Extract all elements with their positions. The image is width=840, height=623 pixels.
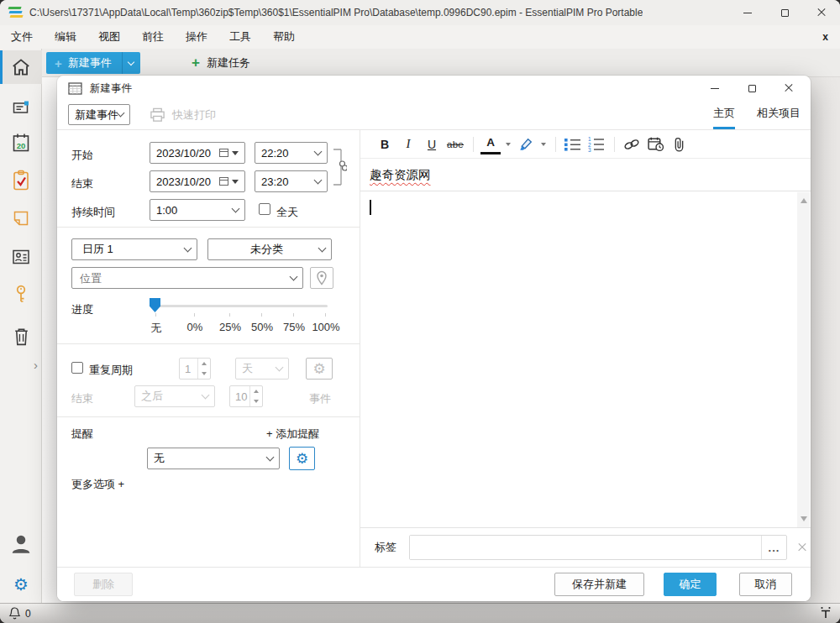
bold-button[interactable]: B bbox=[375, 134, 395, 154]
calendar-select[interactable]: 日历 1 bbox=[71, 238, 197, 260]
recurrence-settings-button[interactable]: ⚙ bbox=[306, 358, 333, 380]
underline-button[interactable]: U bbox=[422, 134, 442, 154]
spin-up-icon[interactable] bbox=[198, 359, 210, 369]
menubar-close-button[interactable]: x bbox=[822, 31, 828, 43]
spin-up-icon[interactable] bbox=[250, 386, 262, 396]
strikethrough-button[interactable]: abe bbox=[445, 134, 465, 154]
sidebar-item-notes[interactable] bbox=[0, 202, 42, 235]
dialog-minimize-button[interactable] bbox=[696, 76, 733, 101]
item-type-select[interactable]: 新建事件 bbox=[68, 104, 130, 125]
ok-button[interactable]: 确定 bbox=[664, 573, 717, 596]
recurrence-count-spinner[interactable]: 10 bbox=[229, 385, 263, 407]
tags-browse-button[interactable]: ... bbox=[761, 536, 786, 559]
all-day-checkbox[interactable] bbox=[259, 203, 270, 215]
plus-icon: + bbox=[55, 56, 62, 71]
chevron-down-icon bbox=[314, 175, 323, 184]
progress-slider-track[interactable] bbox=[151, 305, 328, 307]
statusbar: 0 bbox=[0, 603, 840, 623]
new-event-dropdown-button[interactable] bbox=[122, 52, 140, 74]
subject-row[interactable]: 趣奇资源网 bbox=[360, 158, 811, 191]
sidebar-item-passwords[interactable] bbox=[0, 277, 42, 311]
window-maximize-button[interactable] bbox=[766, 0, 803, 25]
gear-icon: ⚙ bbox=[312, 362, 325, 376]
chevron-down-icon bbox=[266, 453, 275, 461]
menu-tools[interactable]: 工具 bbox=[218, 25, 262, 49]
end-date-picker[interactable]: 2023/10/20 bbox=[150, 170, 245, 192]
recurrence-end-mode-select[interactable]: 之后 bbox=[134, 385, 215, 407]
recurrence-checkbox[interactable] bbox=[71, 362, 83, 374]
recurrence-unit-select[interactable]: 天 bbox=[235, 358, 289, 380]
new-event-button[interactable]: + 新建事件 bbox=[46, 52, 122, 74]
sidebar-item-calendar[interactable]: 20 bbox=[0, 126, 42, 160]
quick-print-button[interactable]: 快速打印 bbox=[150, 107, 216, 123]
tab-home[interactable]: 主页 bbox=[713, 106, 735, 129]
font-color-dropdown[interactable] bbox=[506, 143, 511, 146]
highlight-dropdown[interactable] bbox=[541, 143, 546, 146]
font-color-button[interactable]: A bbox=[480, 134, 501, 154]
numbered-list-button[interactable]: 123 bbox=[586, 134, 606, 154]
menu-edit[interactable]: 编辑 bbox=[44, 25, 87, 49]
menu-view[interactable]: 视图 bbox=[87, 25, 131, 49]
reminder-settings-button[interactable]: ⚙ bbox=[289, 447, 315, 470]
scroll-down-icon[interactable] bbox=[797, 512, 810, 526]
cancel-button[interactable]: 取消 bbox=[739, 573, 792, 596]
main-toolbar: + 新建事件 + 新建任务 bbox=[42, 49, 840, 77]
more-options-link[interactable]: 更多选项 + bbox=[71, 477, 124, 492]
add-reminder-link[interactable]: + 添加提醒 bbox=[266, 427, 319, 442]
recurrence-interval-spinner[interactable]: 1 bbox=[179, 358, 211, 380]
tab-related-items[interactable]: 相关项目 bbox=[757, 106, 801, 129]
editor-scrollbar[interactable] bbox=[797, 192, 810, 527]
dialog-titlebar: 新建事件 bbox=[57, 76, 811, 101]
chain-link-icon bbox=[623, 138, 640, 151]
bell-icon[interactable] bbox=[8, 606, 21, 620]
highlight-button[interactable] bbox=[516, 134, 536, 154]
event-subject[interactable]: 趣奇资源网 bbox=[370, 167, 431, 183]
menu-file[interactable]: 文件 bbox=[0, 25, 44, 49]
menu-help[interactable]: 帮助 bbox=[262, 25, 306, 49]
sidebar-account-button[interactable] bbox=[0, 527, 42, 561]
insert-date-button[interactable] bbox=[645, 134, 665, 154]
sidebar-item-trash[interactable] bbox=[0, 319, 42, 353]
dropdown-arrow-icon bbox=[232, 180, 239, 184]
sidebar-item-home[interactable] bbox=[0, 50, 42, 84]
delete-button[interactable]: 删除 bbox=[74, 573, 133, 596]
start-time-select[interactable]: 22:20 bbox=[255, 142, 328, 164]
insert-link-button[interactable] bbox=[622, 134, 642, 154]
progress-slider-thumb[interactable] bbox=[150, 298, 160, 312]
notes-editor[interactable] bbox=[360, 192, 811, 527]
sidebar-expand-button[interactable]: › bbox=[34, 358, 38, 372]
start-date-picker[interactable]: 2023/10/20 bbox=[150, 142, 245, 164]
menu-goto[interactable]: 前往 bbox=[131, 25, 175, 49]
location-combo[interactable] bbox=[71, 267, 303, 289]
sidebar-item-contacts[interactable] bbox=[0, 240, 42, 274]
window-close-button[interactable] bbox=[803, 0, 840, 25]
resize-grip-icon[interactable] bbox=[820, 606, 832, 621]
spin-down-icon[interactable] bbox=[198, 369, 210, 379]
sidebar-item-tasks[interactable] bbox=[0, 163, 42, 196]
map-button[interactable] bbox=[310, 267, 333, 289]
duration-select[interactable]: 1:00 bbox=[150, 199, 245, 221]
tags-clear-button[interactable] bbox=[797, 542, 807, 552]
location-input[interactable] bbox=[78, 271, 291, 285]
dialog-maximize-button[interactable] bbox=[733, 76, 770, 101]
dialog-close-button[interactable] bbox=[770, 76, 807, 101]
bullet-list-button[interactable] bbox=[563, 134, 583, 154]
tags-input[interactable] bbox=[410, 536, 761, 559]
window-minimize-button[interactable] bbox=[729, 0, 766, 25]
quick-print-label: 快速打印 bbox=[172, 107, 216, 123]
sidebar-settings-button[interactable]: ⚙ bbox=[0, 568, 42, 601]
attach-file-button[interactable] bbox=[669, 134, 689, 154]
scroll-up-icon[interactable] bbox=[797, 194, 810, 207]
sidebar-item-mail[interactable] bbox=[0, 91, 42, 124]
category-select[interactable]: 未分类 bbox=[207, 238, 332, 260]
italic-button[interactable]: I bbox=[398, 134, 418, 154]
new-task-button[interactable]: + 新建任务 bbox=[192, 52, 250, 74]
recurrence-count-unit-label: 事件 bbox=[309, 391, 331, 406]
reminder-select[interactable]: 无 bbox=[147, 448, 280, 469]
tags-input-wrap: ... bbox=[409, 535, 787, 560]
recurrence-label: 重复周期 bbox=[89, 363, 133, 378]
spin-down-icon[interactable] bbox=[250, 396, 262, 406]
menu-actions[interactable]: 操作 bbox=[175, 25, 218, 49]
end-time-select[interactable]: 23:20 bbox=[255, 170, 328, 192]
save-and-new-button[interactable]: 保存并新建 bbox=[554, 573, 644, 596]
